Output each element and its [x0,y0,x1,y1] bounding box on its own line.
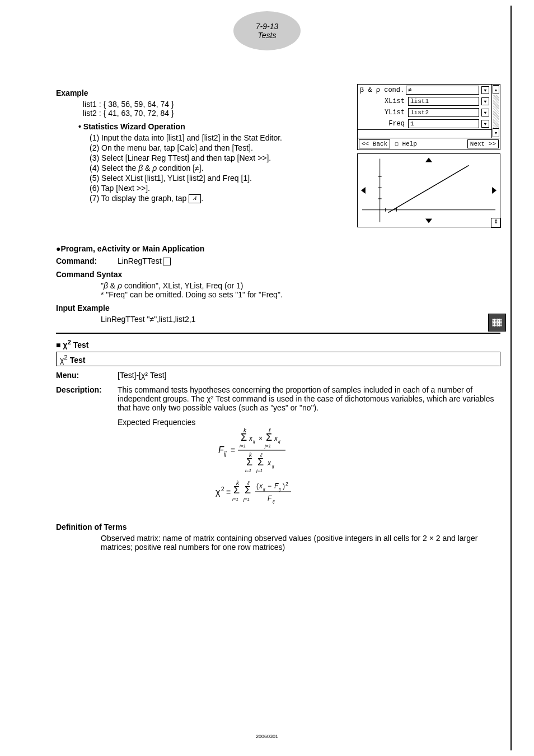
svg-text:Σ: Σ [241,432,247,443]
svg-text:=: = [231,446,235,455]
svg-marker-5 [361,187,366,194]
step-1: (1) Input the data into [list1] and [lis… [90,133,346,142]
syntax-line1: "β & ρ condition", XList, YList, Freq (o… [101,281,500,290]
definition-text: Observed matrix: name of matrix containi… [101,534,500,552]
ylist-input[interactable]: list2 [408,108,479,117]
program-heading: ●Program, eActivity or Main Application [56,244,500,253]
svg-text:−: − [268,482,271,490]
svg-text:i=1: i=1 [240,444,246,449]
next-button[interactable]: Next >> [467,139,499,148]
wizard-heading: • Statistics Wizard Operation [78,122,346,131]
svg-text:x: x [249,435,253,442]
svg-text:j=1: j=1 [264,444,271,449]
resize-icon[interactable]: ⇕ [491,218,501,228]
chi-heading: ■ χ2 Test [56,338,500,349]
command-square-icon [163,258,171,265]
syntax-line2: * "Freq" can be omitted. Doing so sets "… [101,290,500,299]
graph-icon: 𝐴 [189,194,201,203]
svg-text:=: = [226,488,231,497]
svg-text:j=1: j=1 [243,497,250,502]
cond-input[interactable]: ≠ [406,86,479,95]
xlist-dropdown[interactable]: ▼ [481,97,489,105]
svg-text:ij: ij [253,439,255,444]
freq-input[interactable]: 1 [408,119,479,128]
svg-text:): ) [283,482,285,490]
svg-text:2: 2 [221,486,224,492]
svg-line-2 [388,165,469,212]
svg-text:x: x [259,482,263,490]
cond-dropdown[interactable]: ▼ [481,86,489,94]
svg-text:ij: ij [272,464,274,469]
page-right-border [510,6,512,750]
calculator-screenshot: β & ρ cond. ≠ ▼ XList list1 ▼ YList [357,84,500,227]
svg-text:F: F [274,482,279,490]
expected-label: Expected Frequencies [118,418,213,518]
svg-text:x: x [267,459,271,467]
definition-heading: Definition of Terms [56,522,500,531]
header-pagenum: 7-9-13 [256,22,278,31]
svg-marker-3 [425,157,432,162]
footer-date: 20060301 [256,734,278,739]
scroll-up-icon[interactable]: ▴ [493,85,499,94]
header-section: Tests [258,31,277,40]
svg-text:x: x [274,435,278,442]
input-example-heading: Input Example [56,304,500,312]
menu-label: Menu: [56,371,118,380]
formula-block: F ij = k Σ i=1 x ij × ℓ Σ j=1 x ij [213,422,325,514]
input-example-value: LinRegTTest "≠",list1,list2,1 [101,315,500,324]
step-5: (5) Select XList [list1], YList [list2] … [90,174,346,183]
ylist-label: YList [360,109,407,116]
list2-text: list2 : { 41, 63, 70, 72, 84 } [83,109,346,118]
svg-text:χ: χ [216,487,221,497]
svg-text:ij: ij [278,439,280,444]
ylist-dropdown[interactable]: ▼ [481,109,489,116]
step-3: (3) Select [Linear Reg TTest] and then t… [90,153,346,162]
description-text: This command tests hypotheses concerning… [118,385,500,412]
svg-text:ij: ij [273,499,275,504]
svg-text:×: × [259,435,263,442]
svg-text:j=1: j=1 [256,468,263,473]
back-button[interactable]: << Back [359,139,390,148]
list1-text: list1 : { 38, 56, 59, 64, 74 } [83,100,346,109]
graph-area: ⇕ [357,153,500,227]
command-label: Command: [56,256,118,265]
chi-box: χ2 Test [56,352,500,366]
step-2: (2) On the menu bar, tap [Calc] and then… [90,143,346,152]
svg-text:Σ: Σ [245,484,251,496]
step-6: (6) Tap [Next >>]. [90,184,346,193]
svg-text:2: 2 [285,481,288,487]
command-value: LinRegTTest [118,256,171,265]
xlist-label: XList [360,97,407,105]
freq-dropdown[interactable]: ▼ [481,120,489,128]
svg-text:i=1: i=1 [232,497,238,502]
svg-text:ij: ij [224,451,227,457]
xlist-input[interactable]: list1 [408,97,479,106]
svg-text:ij: ij [279,487,281,492]
syntax-heading: Command Syntax [56,270,500,279]
svg-text:Σ: Σ [233,484,240,496]
svg-text:ij: ij [263,487,265,492]
help-button[interactable]: ☐ Help [392,139,465,148]
freq-label: Freq [360,120,407,128]
menu-value: [Test]-[χ² Test] [118,371,166,380]
svg-text:i=1: i=1 [245,468,251,473]
vertical-scrollbar[interactable]: ▴ ▾ [491,85,500,138]
svg-marker-6 [492,187,496,194]
cond-label: β & ρ cond. [360,86,405,94]
svg-text:F: F [268,494,272,502]
svg-text:Σ: Σ [266,432,272,443]
step-7: (7) To display the graph, tap 𝐴. [90,194,346,203]
page-header: 7-9-13 Tests [233,11,301,50]
example-heading: Example [56,88,346,97]
svg-text:(: ( [256,482,259,490]
scroll-down-icon[interactable]: ▾ [493,128,499,137]
svg-text:Σ: Σ [246,456,252,468]
description-label: Description: [56,385,118,412]
calculator-mode-icon [488,314,506,332]
svg-marker-4 [425,219,432,223]
svg-text:Σ: Σ [257,456,264,468]
step-4: (4) Select the β & ρ condition [≠]. [90,164,346,172]
